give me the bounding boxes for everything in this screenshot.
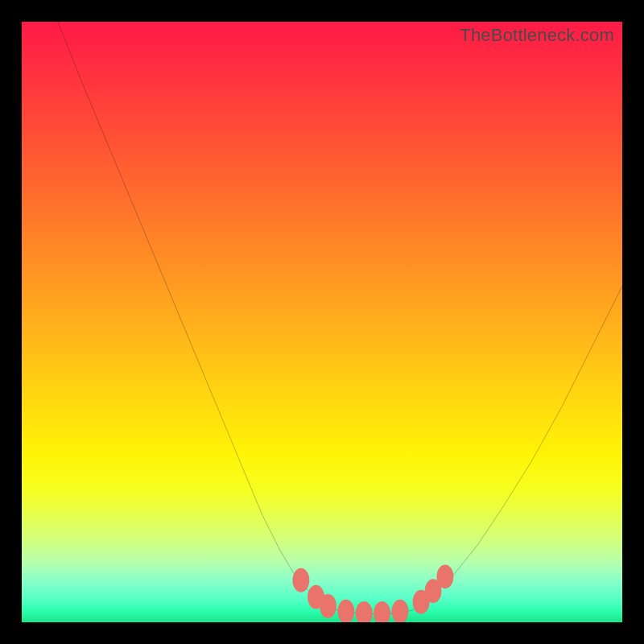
bead-marker <box>392 600 409 622</box>
plot-area: TheBottleneck.com <box>22 22 622 622</box>
bead-marker <box>356 601 373 622</box>
bead-marker <box>292 568 309 592</box>
bead-marker <box>374 601 390 622</box>
bead-marker <box>436 564 453 588</box>
bead-markers <box>292 564 453 622</box>
chart-svg <box>22 22 622 622</box>
bead-marker <box>337 600 354 622</box>
curve-path <box>58 22 622 614</box>
outer-frame: TheBottleneck.com <box>0 0 644 644</box>
bead-marker <box>320 594 336 618</box>
